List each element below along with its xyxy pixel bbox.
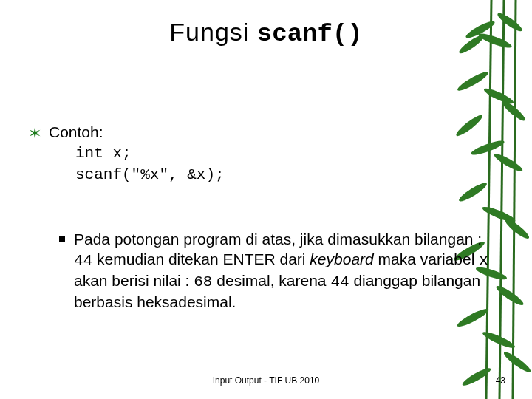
- para-t4: akan berisi nilai :: [74, 272, 194, 289]
- content-area: ✶ Contoh: int x; scanf("%x", &x); Pada p…: [28, 122, 486, 312]
- bullet-label: Contoh:: [49, 122, 486, 142]
- square-icon: [59, 236, 65, 242]
- para-n3: 44: [330, 273, 349, 290]
- code-line-1: int x;: [75, 143, 486, 164]
- para-n2: 68: [194, 273, 212, 290]
- page-number: 43: [496, 375, 505, 386]
- svg-point-21: [502, 349, 532, 375]
- para-var: x: [479, 252, 488, 269]
- para-n1: 44: [74, 252, 92, 269]
- para-keyboard: keyboard: [310, 250, 373, 267]
- slide-title: Fungsi scanf(): [0, 18, 532, 48]
- para-t2: kemudian ditekan ENTER dari: [92, 250, 310, 267]
- paragraph: Pada potongan program di atas, jika dima…: [74, 230, 502, 313]
- svg-point-15: [503, 217, 531, 242]
- footer-text: Input Output - TIF UB 2010: [0, 375, 532, 386]
- svg-point-8: [482, 86, 515, 106]
- para-t5: desimal, karena: [212, 272, 330, 289]
- svg-point-12: [492, 151, 524, 174]
- title-text: Fungsi: [169, 18, 257, 46]
- bullet-contoh: ✶ Contoh: int x; scanf("%x", &x);: [28, 122, 486, 185]
- svg-line-0: [486, 0, 491, 399]
- sub-bullet: Pada potongan program di atas, jika dima…: [59, 230, 502, 313]
- svg-point-20: [481, 330, 516, 351]
- code-line-2: scanf("%x", &x);: [75, 165, 486, 185]
- svg-point-7: [456, 69, 491, 94]
- svg-point-9: [499, 98, 527, 123]
- svg-point-14: [481, 204, 516, 224]
- code-block: int x; scanf("%x", &x);: [75, 143, 486, 185]
- bullet-body: Contoh: int x; scanf("%x", &x);: [49, 122, 486, 185]
- asterisk-icon: ✶: [28, 123, 41, 145]
- para-t3: maka variabel: [374, 250, 479, 267]
- para-t1: Pada potongan program di atas, jika dima…: [74, 231, 482, 248]
- svg-line-2: [513, 0, 516, 399]
- title-code: scanf(): [257, 20, 363, 48]
- svg-line-1: [499, 0, 504, 399]
